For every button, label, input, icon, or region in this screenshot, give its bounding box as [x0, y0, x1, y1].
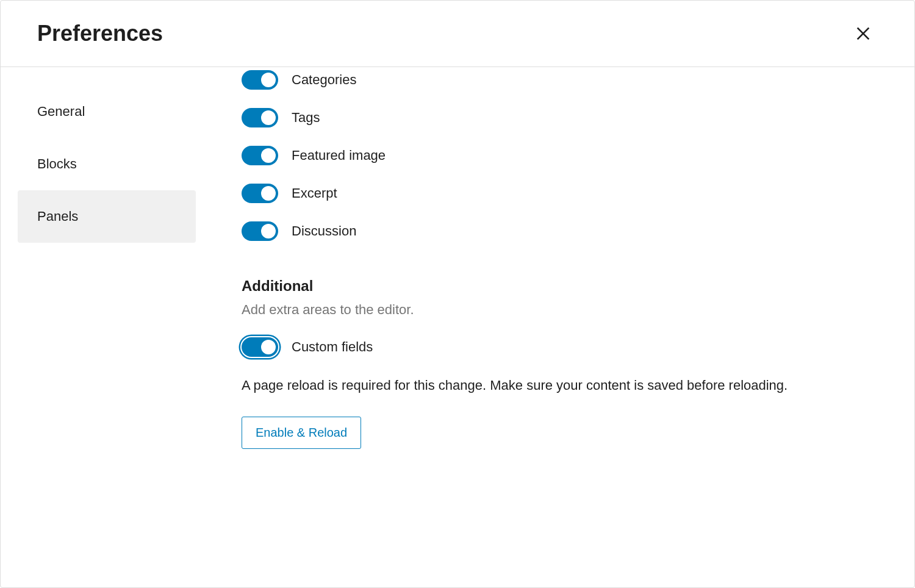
sidebar-item-general[interactable]: General — [18, 85, 196, 138]
sidebar-item-label: General — [37, 104, 85, 119]
toggle-label: Excerpt — [292, 185, 337, 201]
toggle-row-categories: Categories — [242, 70, 878, 90]
toggle-featured-image[interactable] — [242, 146, 278, 165]
toggle-excerpt[interactable] — [242, 184, 278, 203]
toggle-label: Featured image — [292, 148, 386, 163]
additional-section: Additional Add extra areas to the editor… — [242, 278, 878, 449]
section-title: Additional — [242, 278, 878, 295]
toggle-custom-fields[interactable] — [242, 337, 278, 357]
toggle-categories[interactable] — [242, 70, 278, 90]
preferences-modal: Preferences General Blocks Panels — [0, 0, 915, 588]
modal-title: Preferences — [37, 21, 163, 46]
toggle-knob — [261, 148, 276, 163]
toggle-row-excerpt: Excerpt — [242, 184, 878, 203]
toggle-label: Tags — [292, 110, 320, 126]
toggle-knob — [261, 73, 276, 87]
close-icon — [853, 24, 873, 43]
close-button[interactable] — [849, 19, 878, 48]
toggle-row-discussion: Discussion — [242, 221, 878, 241]
modal-header: Preferences — [1, 1, 914, 67]
sidebar-item-blocks[interactable]: Blocks — [18, 138, 196, 190]
toggle-knob — [261, 110, 276, 125]
toggle-label: Discussion — [292, 223, 356, 239]
toggle-label: Custom fields — [292, 339, 373, 355]
toggle-discussion[interactable] — [242, 221, 278, 241]
sidebar-item-panels[interactable]: Panels — [18, 190, 196, 243]
toggle-tags[interactable] — [242, 108, 278, 127]
section-description: Add extra areas to the editor. — [242, 302, 878, 318]
toggle-knob — [261, 224, 276, 238]
toggle-row-featured-image: Featured image — [242, 146, 878, 165]
sidebar-item-label: Blocks — [37, 156, 77, 171]
toggle-row-custom-fields: Custom fields — [242, 337, 878, 357]
content-panel: Categories Tags Featured image Excerpt — [196, 67, 914, 587]
sidebar-item-label: Panels — [37, 209, 78, 224]
toggle-label: Categories — [292, 72, 356, 88]
enable-reload-button[interactable]: Enable & Reload — [242, 417, 361, 449]
toggle-row-tags: Tags — [242, 108, 878, 127]
modal-body: General Blocks Panels Categories Tags — [1, 67, 914, 587]
toggle-knob — [261, 186, 276, 201]
toggle-knob — [261, 340, 276, 354]
reload-notice: A page reload is required for this chang… — [242, 375, 791, 396]
sidebar: General Blocks Panels — [1, 67, 196, 587]
